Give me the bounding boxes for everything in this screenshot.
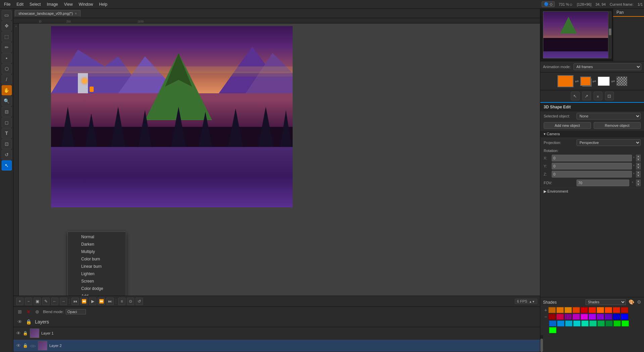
tool-shape[interactable]: ◻	[2, 117, 12, 128]
preview-vscroll[interactable]	[608, 11, 611, 58]
blend-darken[interactable]: Darken	[68, 241, 126, 248]
add-frame-btn[interactable]: +	[16, 298, 23, 305]
mode-toggle[interactable]: 🔵 ◇	[542, 1, 555, 7]
shade-cell[interactable]	[605, 307, 612, 313]
paint-tool-icon[interactable]: ⌅	[594, 92, 602, 100]
shade-cell[interactable]	[621, 314, 628, 320]
rotation-z-input[interactable]	[552, 171, 632, 178]
fov-up[interactable]: ▲	[636, 180, 641, 183]
edit-frame-btn[interactable]: ✎	[42, 298, 50, 305]
shades-palette-icon[interactable]: 🎨	[629, 299, 634, 305]
layer2-extra1[interactable]: ◁	[30, 344, 33, 348]
play-next-btn[interactable]: ⏩	[98, 298, 105, 305]
rotation-y-stepper[interactable]: ▲ ▼	[636, 163, 641, 169]
shade-cell[interactable]	[557, 320, 564, 326]
camera-section[interactable]: ▾ Camera	[540, 130, 644, 138]
shade-cell[interactable]	[581, 320, 589, 326]
layer-visibility-btn[interactable]: 👁	[16, 318, 23, 325]
shade-cell[interactable]	[622, 320, 629, 326]
environment-section[interactable]: ▶ Environment	[540, 188, 644, 195]
checker-swatch[interactable]	[616, 77, 627, 86]
menu-image[interactable]: Image	[44, 1, 60, 7]
blend-color-burn[interactable]: Color burn	[68, 255, 126, 263]
canvas-viewport[interactable]: Normal Darken Multiply Color burn Linear…	[19, 23, 540, 296]
fg-color-front[interactable]	[580, 77, 591, 86]
menu-select[interactable]: Select	[27, 1, 43, 7]
bg-color-swatch[interactable]	[598, 77, 610, 86]
menu-file[interactable]: File	[1, 1, 13, 7]
layer-toggle-btn[interactable]: ✕	[25, 308, 32, 315]
projection-select[interactable]: Perspective	[577, 139, 641, 146]
shade-cell[interactable]	[605, 320, 613, 326]
shade-cell[interactable]	[613, 320, 621, 326]
blend-multiply[interactable]: Multiply	[68, 248, 126, 255]
rotation-y-up[interactable]: ▲	[636, 163, 641, 166]
shades-remove-btn[interactable]: −	[543, 314, 548, 319]
tool-zoom[interactable]: 🔍	[2, 96, 12, 106]
blend-normal[interactable]: Normal	[68, 233, 126, 241]
tool-slice[interactable]: ⊟	[2, 107, 12, 117]
shade-cell[interactable]	[548, 314, 556, 320]
tool-selection[interactable]: ▭	[2, 10, 12, 20]
layer-options-btn[interactable]: ⊞	[16, 308, 23, 315]
fov-stepper[interactable]: ▲ ▼	[636, 180, 641, 186]
goto-last-btn[interactable]: ⏭	[106, 298, 114, 305]
shade-cell[interactable]	[549, 320, 556, 326]
blend-linear-burn[interactable]: Linear burn	[68, 263, 126, 270]
rotation-z-up[interactable]: ▲	[636, 171, 641, 174]
right-scrollbar-thumb[interactable]	[540, 339, 543, 352]
shade-cell[interactable]	[605, 314, 612, 320]
preview-vscroll-thumb[interactable]	[609, 29, 611, 35]
shade-cell[interactable]	[597, 307, 604, 313]
foreground-color-swatch[interactable]	[557, 75, 574, 87]
rotation-x-input[interactable]	[552, 155, 632, 161]
select-tool-icon[interactable]: ↖	[571, 92, 580, 100]
swap-icon-3[interactable]: ⇌	[611, 79, 615, 84]
swap-colors-icon[interactable]: ⇌	[575, 79, 579, 84]
tag-btn[interactable]: ⊙	[127, 298, 134, 305]
shade-cell[interactable]	[573, 320, 581, 326]
blend-add[interactable]: Add	[68, 292, 126, 296]
shade-cell[interactable]	[564, 314, 572, 320]
shade-cell[interactable]	[613, 307, 620, 313]
shade-cell[interactable]	[597, 314, 604, 320]
blend-lighten[interactable]: Lighten	[68, 270, 126, 278]
tool-eyedropper[interactable]: /	[2, 74, 12, 85]
shade-cell[interactable]	[548, 307, 556, 313]
swap-icon-2[interactable]: ⇌	[592, 79, 596, 84]
shade-cell[interactable]	[613, 314, 620, 320]
export-tool-icon[interactable]: ⊡	[605, 92, 614, 100]
play-prev-btn[interactable]: ⏪	[80, 298, 88, 305]
rotation-y-input[interactable]	[552, 163, 632, 169]
shade-cell[interactable]	[621, 307, 628, 313]
shade-cell[interactable]	[581, 314, 588, 320]
remove-object-btn[interactable]: Remove object	[594, 122, 641, 129]
fps-stepper[interactable]: ▲▼	[529, 300, 535, 303]
blend-color-dodge[interactable]: Color dodge	[68, 285, 126, 292]
menu-edit[interactable]: Edit	[14, 1, 26, 7]
tool-lasso[interactable]: ⬚	[2, 32, 12, 42]
rotation-x-stepper[interactable]: ▲ ▼	[636, 155, 641, 161]
fps-display[interactable]: 6 FPS ▲▼	[515, 299, 537, 304]
shade-cell[interactable]	[589, 314, 596, 320]
prev-btn[interactable]: ←	[51, 298, 58, 305]
add-new-object-btn[interactable]: Add new object	[544, 122, 591, 129]
deselect-tool-icon[interactable]: ↗	[582, 92, 591, 100]
duplicate-frame-btn[interactable]: ▣	[34, 298, 41, 305]
shade-cell[interactable]	[565, 320, 573, 326]
menu-help[interactable]: Help	[96, 1, 110, 7]
opacity-input[interactable]	[66, 309, 86, 314]
layer-lock-btn[interactable]: 🔒	[25, 318, 32, 325]
goto-first-btn[interactable]: ⏮	[71, 298, 79, 305]
pan-tab[interactable]: Pan	[613, 9, 644, 17]
blend-screen[interactable]: Screen	[68, 278, 126, 285]
layer2-extra2[interactable]: ▷	[33, 344, 36, 348]
layer1-lock[interactable]: 🔒	[23, 331, 28, 336]
tool-text[interactable]: T	[2, 128, 12, 138]
tool-pencil[interactable]: ✏	[2, 42, 12, 52]
shade-cell[interactable]	[573, 307, 580, 313]
selected-object-select[interactable]: None	[577, 113, 641, 119]
menu-view[interactable]: View	[61, 1, 76, 7]
shade-cell[interactable]	[564, 307, 572, 313]
shade-cell[interactable]	[556, 314, 564, 320]
